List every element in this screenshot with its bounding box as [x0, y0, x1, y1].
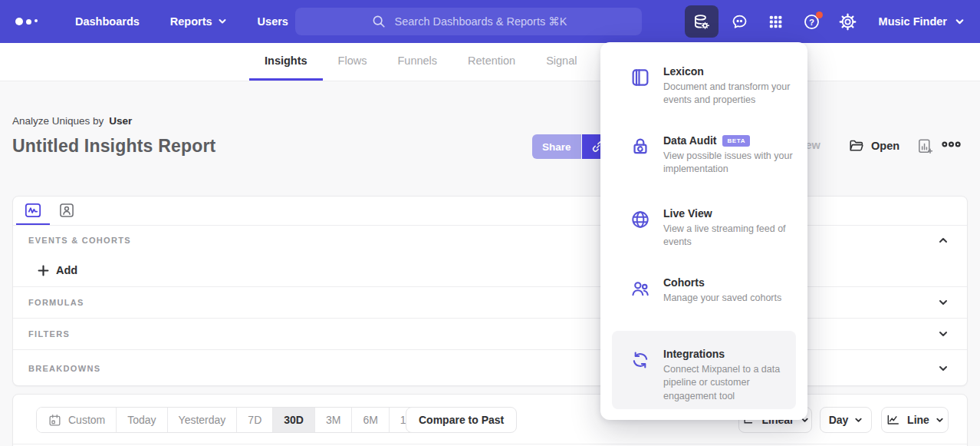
chart-type-dropdown[interactable]: Line	[881, 407, 949, 433]
toolbar-divider	[13, 444, 967, 444]
line-chart-icon	[886, 412, 901, 428]
search-input[interactable]: Search Dashboards & Reports ⌘K	[295, 8, 642, 35]
chevron-down-icon[interactable]	[935, 362, 952, 375]
notification-dot	[816, 12, 823, 18]
query-builder-card: EVENTS & COHORTS Add FORMULAS FILTERS BR…	[12, 196, 968, 386]
menu-item-title: Live View	[663, 207, 712, 220]
menu-item-title: Cohorts	[663, 276, 705, 289]
menu-item-title: Data Audit	[663, 134, 716, 147]
section-filters[interactable]: FILTERS	[13, 319, 967, 350]
report-subtitle: Analyze Uniques byUser	[12, 115, 132, 127]
section-label: FILTERS	[28, 329, 70, 339]
chevron-down-icon	[955, 17, 965, 27]
tab-insights[interactable]: Insights	[249, 43, 323, 81]
person-card-icon	[58, 202, 75, 219]
menu-item-desc: Manage your saved cohorts	[663, 292, 795, 305]
interval-dropdown[interactable]: Day	[820, 407, 872, 433]
section-events-cohorts[interactable]: EVENTS & COHORTS	[13, 226, 967, 254]
compare-to-past-button[interactable]: Compare to Past	[406, 407, 517, 433]
range-yesterday[interactable]: Yesterday	[168, 408, 238, 432]
menu-item-lexicon[interactable]: Lexicon Document and transform your even…	[600, 65, 807, 107]
primary-nav: Dashboards Reports Users	[60, 0, 304, 43]
mixpanel-app: Dashboards Reports Users Search Dashboar…	[0, 0, 980, 446]
menu-item-desc: View a live streaming feed of events	[663, 223, 795, 249]
range-7d[interactable]: 7D	[237, 408, 273, 432]
search-icon	[370, 13, 387, 30]
range-today[interactable]: Today	[117, 408, 167, 432]
share-button[interactable]: Share	[532, 134, 581, 159]
report-tabbar: Insights Flows Funnels Retention Signal …	[0, 43, 980, 81]
nav-users[interactable]: Users	[242, 0, 304, 43]
search-placeholder: Search Dashboards & Reports ⌘K	[395, 15, 567, 28]
open-report-button[interactable]: Open	[848, 137, 899, 154]
menu-item-desc: Document and transform your events and p…	[663, 81, 795, 107]
project-switcher[interactable]: Music Finder	[870, 15, 968, 28]
profiles-view-tab[interactable]	[50, 197, 84, 225]
tab-retention[interactable]: Retention	[452, 43, 531, 81]
top-nav: Dashboards Reports Users Search Dashboar…	[0, 0, 980, 43]
section-formulas[interactable]: FORMULAS	[13, 287, 967, 319]
analyze-by-value[interactable]: User	[109, 115, 132, 127]
range-3m[interactable]: 3M	[315, 408, 352, 432]
data-management-icon[interactable]	[685, 5, 719, 38]
chevron-down-icon	[936, 416, 944, 425]
help-icon[interactable]: ?	[797, 6, 827, 37]
range-custom[interactable]: Custom	[37, 408, 117, 432]
feedback-chat-icon[interactable]	[725, 6, 755, 37]
range-6m[interactable]: 6M	[352, 408, 389, 432]
chevron-down-icon	[218, 17, 227, 26]
events-add-row: Add	[13, 254, 967, 287]
menu-item-title: Lexicon	[663, 65, 704, 78]
chevron-up-icon[interactable]	[935, 233, 952, 247]
sync-icon	[630, 348, 651, 371]
add-to-dashboard-icon[interactable]	[916, 137, 934, 155]
events-view-tab[interactable]	[16, 197, 50, 225]
tab-signal[interactable]: Signal	[531, 43, 592, 81]
menu-item-cohorts[interactable]: Cohorts Manage your saved cohorts	[600, 276, 807, 305]
section-label: FORMULAS	[28, 298, 84, 307]
menu-item-data-audit[interactable]: Data Audit BETA View possible issues wit…	[600, 134, 807, 177]
project-name: Music Finder	[879, 15, 947, 28]
nav-reports[interactable]: Reports	[155, 0, 242, 43]
section-label: EVENTS & COHORTS	[28, 236, 131, 245]
menu-item-title: Integrations	[663, 348, 725, 360]
lock-icon	[630, 134, 651, 157]
chevron-down-icon[interactable]	[935, 296, 952, 309]
tab-funnels[interactable]: Funnels	[382, 43, 452, 81]
nav-right-icons: ? Music Finder	[685, 0, 968, 43]
chart-toolbar-card: Custom Today Yesterday 7D 30D 3M 6M 12M …	[12, 394, 968, 446]
tab-flows[interactable]: Flows	[323, 43, 383, 81]
nav-dashboards[interactable]: Dashboards	[60, 0, 155, 43]
menu-item-integrations[interactable]: Integrations Connect Mixpanel to a data …	[612, 331, 796, 409]
mixpanel-logo-icon[interactable]	[15, 18, 46, 25]
book-icon	[630, 65, 651, 88]
add-event-button[interactable]: Add	[38, 264, 77, 276]
range-30d[interactable]: 30D	[273, 408, 315, 432]
people-icon	[630, 276, 651, 299]
menu-item-desc: Connect Mixpanel to a data pipeline or c…	[663, 363, 795, 403]
chevron-down-icon	[854, 416, 863, 425]
section-breakdowns[interactable]: BREAKDOWNS	[13, 350, 967, 387]
menu-item-live-view[interactable]: Live View View a live streaming feed of …	[600, 207, 807, 249]
folder-icon	[848, 137, 865, 154]
date-range-control: Custom Today Yesterday 7D 30D 3M 6M 12M	[36, 407, 432, 433]
more-options-icon[interactable]	[942, 139, 961, 150]
menu-item-desc: View possible issues with your implement…	[663, 150, 795, 177]
beta-badge: BETA	[722, 135, 750, 147]
section-label: BREAKDOWNS	[28, 364, 100, 373]
pulse-chart-icon	[24, 201, 42, 220]
chevron-down-icon[interactable]	[935, 327, 952, 341]
calendar-icon	[48, 413, 62, 428]
apps-grid-icon[interactable]	[761, 6, 791, 37]
builder-icon-tabs	[13, 197, 967, 226]
plus-icon	[38, 265, 49, 276]
globe-icon	[630, 207, 651, 230]
svg-text:?: ?	[809, 17, 814, 26]
page-title[interactable]: Untitled Insights Report	[12, 136, 215, 157]
settings-gear-icon[interactable]	[834, 6, 863, 37]
apps-dropdown-panel: Lexicon Document and transform your even…	[600, 42, 807, 420]
